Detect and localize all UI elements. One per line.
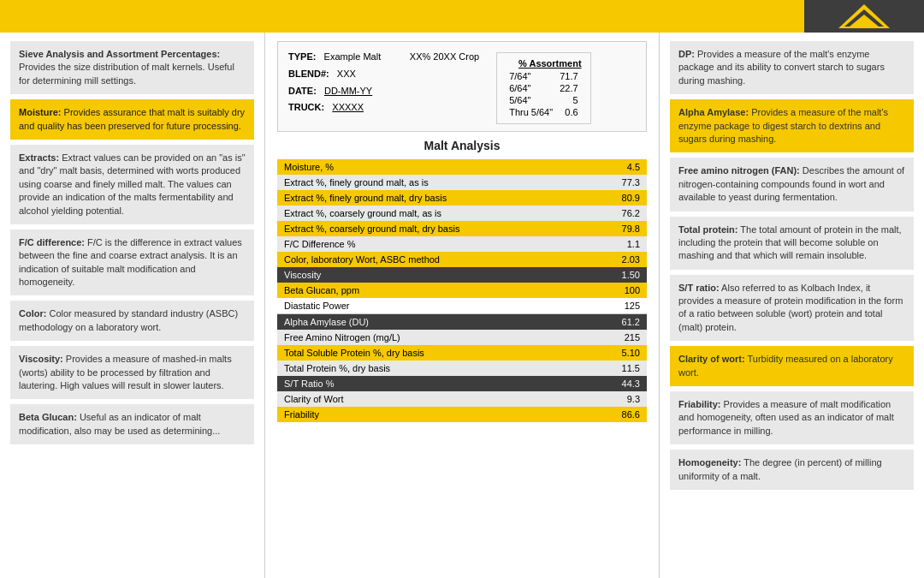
analysis-row: Diastatic Power125 — [277, 298, 647, 314]
analysis-row: Extract %, finely ground malt, as is77.3 — [277, 175, 647, 190]
analysis-row: Friability86.6 — [277, 407, 647, 422]
analysis-row: S/T Ratio %44.3 — [277, 376, 647, 391]
analysis-row: Viscosity1.50 — [277, 267, 647, 283]
malt-header-left: TYPE: Example Malt XX% 20XX Crop BLEND#:… — [288, 49, 479, 124]
left-item-fc: F/C difference: F/C is the difference in… — [10, 229, 254, 296]
assortment-table: % Assortment7/64"71.76/64"22.75/64"5Thru… — [496, 52, 590, 124]
analysis-row: Alpha Amylase (DU)61.2 — [277, 314, 647, 331]
left-item-beta_glucan: Beta Glucan: Useful as an indicator of m… — [10, 404, 254, 444]
analysis-table: Moisture, %4.5Extract %, finely ground m… — [277, 159, 647, 422]
malt-header-box: TYPE: Example Malt XX% 20XX Crop BLEND#:… — [277, 41, 647, 132]
analysis-row: Extract %, coarsely ground malt, dry bas… — [277, 221, 647, 236]
analysis-row: F/C Difference %1.1 — [277, 236, 647, 252]
main-content: Sieve Analysis and Assortment Percentage… — [0, 33, 924, 578]
analysis-row: Moisture, %4.5 — [277, 159, 647, 175]
right-item-fan: Free amino nitrogen (FAN): Describes the… — [670, 158, 914, 211]
right-item-alpha_amylase: Alpha Amylase: Provides a measure of the… — [670, 99, 914, 152]
right-item-dp: DP: Provides a measure of the malt's enz… — [670, 41, 914, 94]
left-item-sieve: Sieve Analysis and Assortment Percentage… — [10, 41, 254, 94]
analysis-row: Clarity of Wort9.3 — [277, 391, 647, 407]
analysis-row: Free Amino Nitrogen (mg/L)215 — [277, 330, 647, 345]
right-item-homogeneity: Homogeneity: The degree (in percent) of … — [670, 450, 914, 490]
analysis-row: Extract %, coarsely ground malt, as is76… — [277, 206, 647, 221]
analysis-row: Color, laboratory Wort, ASBC method2.03 — [277, 252, 647, 267]
left-item-viscosity: Viscosity: Provides a measure of mashed-… — [10, 346, 254, 399]
left-panel: Sieve Analysis and Assortment Percentage… — [0, 33, 265, 578]
analysis-row: Extract %, finely ground malt, dry basis… — [277, 190, 647, 206]
right-item-friability: Friability: Provides a measure of malt m… — [670, 391, 914, 444]
analysis-row: Total Protein %, dry basis11.5 — [277, 361, 647, 376]
right-panel: DP: Provides a measure of the malt's enz… — [659, 33, 924, 578]
analysis-row: Total Soluble Protein %, dry basis5.10 — [277, 345, 647, 361]
right-item-clarity: Clarity of wort: Turbidity measured on a… — [670, 346, 914, 386]
right-item-total_protein: Total protein: The total amount of prote… — [670, 217, 914, 270]
company-logo — [834, 3, 894, 30]
left-item-moisture: Moisture: Provides assurance that malt i… — [10, 99, 254, 140]
right-item-st_ratio: S/T ratio: Also referred to as Kolbach I… — [670, 275, 914, 342]
analysis-row: Beta Glucan, ppm100 — [277, 283, 647, 298]
malt-analysis-title: Malt Analysis — [277, 139, 647, 152]
left-item-extracts: Extracts: Extract values can be provided… — [10, 145, 254, 224]
left-item-color: Color: Color measured by standard indust… — [10, 301, 254, 341]
center-panel: TYPE: Example Malt XX% 20XX Crop BLEND#:… — [265, 33, 659, 578]
logo-area — [804, 0, 924, 33]
top-bar — [0, 0, 924, 33]
